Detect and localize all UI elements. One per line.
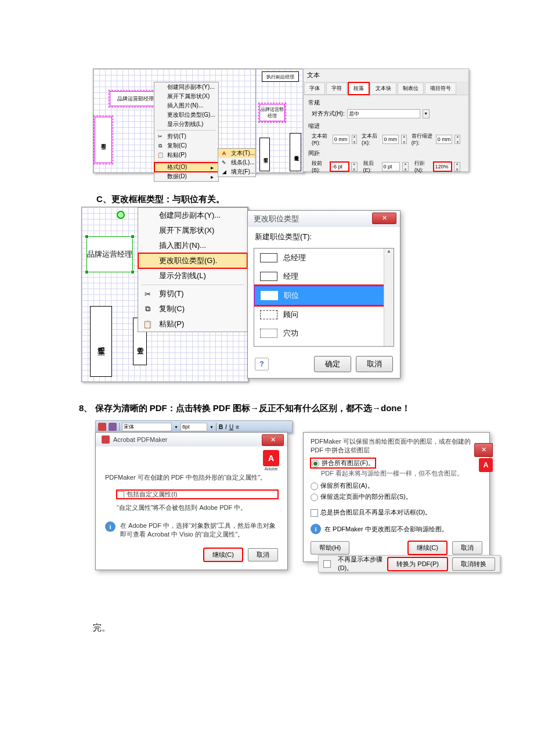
include-custom-checkbox[interactable]: 包括自定义属性(I) (117, 490, 278, 499)
menu-expand[interactable]: 展开下属形状(X) (138, 223, 247, 238)
continue-button[interactable]: 继续(C) (204, 548, 243, 561)
list-item-pos[interactable]: 职位 (254, 286, 394, 305)
box-icon (261, 291, 278, 300)
tab-char[interactable]: 字符 (326, 82, 347, 95)
close-button[interactable]: ✕ (372, 213, 396, 224)
cancel-button[interactable]: 取消 (248, 548, 278, 561)
spinner[interactable] (401, 135, 407, 144)
fig3-context-menu[interactable]: 创建同步副本(Y)... 展开下属形状(X) 插入图片(N)... 更改职位类型… (138, 207, 248, 332)
pdfmaker-dialog-1: Acrobat PDFMaker ✕ AAdobe PDFMaker 可在创建的… (95, 432, 288, 570)
menu-copy[interactable]: ⧉复制(C) (154, 141, 218, 150)
fig1-submenu[interactable]: A文本(T)... ✎线条(L)... ◢填充(F)... (218, 148, 256, 177)
sep (157, 161, 216, 161)
size-select[interactable]: 8pt (181, 423, 207, 431)
tab-textblock[interactable]: 文本块 (370, 82, 396, 95)
scrollbar[interactable]: ▲ (384, 249, 394, 346)
spinner[interactable] (454, 162, 460, 171)
sec-general: 常规 (308, 99, 464, 107)
align-icon[interactable]: ≡ (236, 424, 239, 430)
tab-bullet[interactable]: 项目符号 (425, 82, 456, 95)
label: 展开下属形状(X) (167, 92, 210, 100)
sub-line[interactable]: ✎线条(L)... (218, 158, 255, 167)
underline-icon[interactable]: U (229, 424, 233, 430)
menu-paste[interactable]: 📋粘贴(P) (154, 150, 218, 160)
italic-icon[interactable]: I (225, 424, 227, 430)
handle-icon[interactable] (131, 235, 135, 239)
sb-input[interactable]: -6 pt (330, 162, 349, 171)
spinner[interactable] (402, 162, 409, 171)
tab-font[interactable]: 字体 (304, 82, 325, 95)
checkbox-icon[interactable] (323, 560, 331, 568)
menu-paste[interactable]: 📋粘贴(P) (138, 316, 247, 332)
menu-insert-pic[interactable]: 插入图片(N)... (138, 238, 247, 253)
menu-change-pos[interactable]: 更改职位类型(G)... (154, 110, 218, 120)
radio-keep-sel[interactable]: 保留选定页面中的部分图层(S)。 (311, 492, 482, 501)
close-button[interactable]: ✕ (474, 443, 493, 457)
text-c: C、更改框框类型：与职位有关。 (96, 194, 225, 205)
menu-cut[interactable]: ✂剪切(T) (138, 286, 247, 301)
handle-icon[interactable] (85, 270, 89, 274)
fig1-box-brand[interactable]: 品牌运营部经理 (110, 91, 161, 106)
fig2-brand[interactable]: 品牌运营部经理 (259, 104, 285, 121)
menu-expand[interactable]: 展开下属形状(X) (154, 92, 218, 101)
before-input[interactable]: 0 mm (333, 135, 349, 144)
tab-tabs[interactable]: 制表位 (398, 82, 424, 95)
menu-copy[interactable]: ⧉复制(C) (138, 301, 247, 316)
font-select[interactable]: 宋体 (122, 423, 172, 431)
menu-insert-pic[interactable]: 插入图片(N)... (154, 101, 218, 110)
chk-label: 包括自定义属性(I) (127, 491, 177, 498)
sa-input[interactable]: 0 pt (382, 162, 400, 171)
cancel-button[interactable]: 取消 (356, 356, 393, 372)
menu-cut[interactable]: ✂剪切(T) (154, 132, 218, 141)
menu-sync[interactable]: 创建同步副本(Y)... (154, 82, 218, 92)
ok-button[interactable]: 确定 (314, 356, 351, 372)
position-list[interactable]: 总经理 经理 职位 顾问 穴功 ▲ (254, 248, 394, 347)
text-end: 完。 (93, 622, 110, 633)
convert-button[interactable]: 转换为 PDF(P) (388, 557, 448, 571)
menu-divider[interactable]: 显示分割线(L) (154, 120, 218, 129)
help-icon[interactable]: ? (255, 358, 269, 370)
flatten-desc: PDF 看起来将与源绘图一模一样，但不包含图层。 (321, 469, 482, 478)
chk-always[interactable]: 总是拼合图层且不再显示本对话框(D)。 (311, 508, 482, 517)
menu-sync[interactable]: 创建同步副本(Y)... (138, 208, 247, 223)
ls-input[interactable]: 120% (434, 162, 452, 171)
fig3-brand[interactable]: 品牌运营经理 (86, 236, 133, 272)
pdf-icon[interactable] (98, 423, 106, 431)
after-input[interactable]: 0 mm (383, 135, 399, 144)
tab-paragraph[interactable]: 段落 (348, 82, 369, 95)
spinner[interactable] (352, 135, 358, 144)
sub-text[interactable]: A文本(T)... (218, 149, 255, 158)
help-button[interactable]: 帮助(H) (311, 541, 349, 555)
intro: PDFMaker 可以保留当前绘图页面中的图层，或在创建的 PDF 中拼合这些图… (304, 433, 489, 457)
spinner[interactable] (351, 162, 358, 171)
radio-keep-all[interactable]: 保留所有图层(A)。 (311, 481, 482, 490)
menu-change-pos[interactable]: 更改职位类型(G). (138, 253, 247, 268)
menu-divider[interactable]: 显示分割线(L) (138, 268, 247, 283)
fig1-box-eng[interactable]: 工程主管 (95, 117, 112, 163)
handle-icon[interactable] (85, 235, 89, 239)
fig1-context-menu[interactable]: 创建同步副本(Y)... 展开下属形状(X) 插入图片(N)... 更改职位类型… (154, 82, 219, 182)
menu-format[interactable]: 格式(O)▸ (154, 163, 218, 172)
ls-label: 行距(N): (414, 160, 431, 173)
tool-icon[interactable] (109, 423, 117, 431)
continue-button[interactable]: 继续(C) (408, 541, 447, 555)
align-select[interactable]: 居中 (347, 109, 420, 118)
spinner[interactable] (454, 135, 460, 144)
first-input[interactable]: 0 mm (436, 135, 453, 144)
close-button[interactable]: ✕ (262, 434, 284, 446)
rotate-handle-icon[interactable] (117, 211, 125, 219)
bold-icon[interactable]: B (219, 424, 223, 430)
paste-icon: 📋 (142, 320, 153, 329)
menu-data[interactable]: 数据(D)▸ (154, 172, 218, 181)
radio-flatten[interactable]: 拼合所有图层(F)。 (311, 458, 376, 468)
pdfmaker-dialog-2: PDFMaker 可以保留当前绘图页面中的图层，或在创建的 PDF 中拼合这些图… (303, 432, 490, 562)
sub-fill[interactable]: ◢填充(F)... (218, 167, 255, 177)
label: 创建同步副本(Y)... (159, 210, 221, 221)
sb-label: 段前(B): (312, 160, 328, 173)
info-icon: i (311, 524, 321, 534)
dialog-title: 更改职位类型 ✕ (248, 211, 400, 227)
cancel-convert-button[interactable]: 取消转换 (452, 557, 495, 571)
handle-icon[interactable] (131, 270, 135, 274)
cancel-button[interactable]: 取消 (452, 541, 482, 555)
dropdown-icon[interactable]: ▼ (423, 109, 430, 118)
